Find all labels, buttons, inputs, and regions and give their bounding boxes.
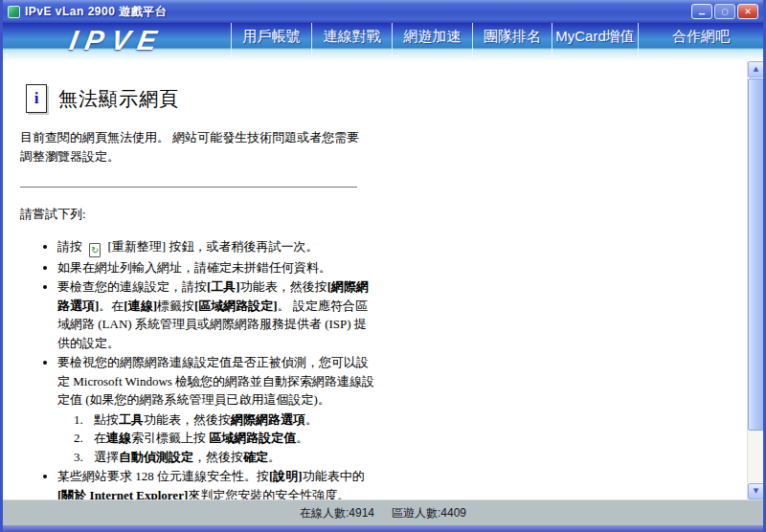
- text-segment: 索引標籤上按: [131, 431, 209, 445]
- text-segment: 功能表中的: [303, 469, 365, 483]
- text-segment: [工具]: [207, 279, 240, 294]
- text-segment: 連線: [106, 431, 131, 445]
- maximize-button[interactable]: ▢: [714, 4, 735, 19]
- navigation-bar: IPVE 用戶帳號 連線對戰 網遊加速 團隊排名 MyCard增值 合作網吧: [3, 23, 763, 61]
- text-segment: 功能表，然後按: [144, 412, 231, 427]
- text-segment: 要檢查您的連線設定，請按: [57, 279, 207, 294]
- nav-item-team-ranking[interactable]: 團隊排名: [472, 23, 552, 61]
- suggestions-list: 請按 ↻ [重新整理] 按鈕，或者稍後再試一次。如果在網址列輸入網址，請確定未拼…: [19, 237, 375, 499]
- nav-item-label: 團隊排名: [484, 28, 541, 61]
- scroll-down-button[interactable]: ▼: [748, 483, 763, 499]
- suggestion-item: 請按 ↻ [重新整理] 按鈕，或者稍後再試一次。: [57, 237, 375, 257]
- nav-item-label: 網遊加速: [404, 28, 462, 61]
- scroll-up-button[interactable]: ▲: [748, 61, 763, 78]
- nav-item-label: 用戶帳號: [243, 28, 301, 61]
- error-intro: 目前查閱的網頁無法使用。 網站可能發生技術問題或者您需要調整瀏覽器設定。: [20, 128, 363, 166]
- text-segment: 在: [94, 431, 106, 445]
- try-heading: 請嘗試下列:: [20, 205, 415, 224]
- app-window: IPvE vLan 2900 遊戲平台 — ▢ ✕ IPVE 用戶帳號 連線對戰…: [0, 0, 766, 532]
- text-segment: [連線]: [124, 299, 157, 313]
- brand-logo-text: IPVE: [67, 26, 166, 55]
- nav-item-label: 連線對戰: [324, 28, 381, 61]
- close-button[interactable]: ✕: [737, 4, 758, 19]
- nav-item-label: 合作網吧: [672, 28, 730, 61]
- scrollbar-thumb[interactable]: [748, 78, 763, 431]
- divider: [20, 187, 357, 188]
- refresh-page-icon: ↻: [89, 243, 101, 257]
- online-count-value: 4914: [349, 506, 374, 520]
- text-segment: 。: [305, 412, 318, 427]
- text-segment: 點按: [94, 412, 119, 427]
- text-segment: 某些網站要求 128 位元連線安全性。按: [57, 469, 269, 483]
- nav-item-user-account[interactable]: 用戶帳號: [231, 23, 311, 61]
- suggestion-item: 要檢視您的網際網路連線設定值是否正被偵測，您可以設定 Microsoft Win…: [57, 353, 375, 466]
- text-segment: 。在: [99, 299, 124, 313]
- step-item: 選擇自動偵測設定，然後按確定。: [86, 448, 375, 467]
- text-segment: 來判定您安裝的安全性強度。: [188, 488, 349, 499]
- visitor-count-value: 4409: [440, 506, 466, 520]
- text-segment: 。: [296, 431, 308, 445]
- app-icon: [8, 6, 20, 18]
- close-icon: ✕: [745, 5, 752, 17]
- status-bar: 在線人數:4914 區遊人數:4409: [3, 499, 763, 525]
- scroll-up-icon: ▲: [754, 65, 758, 73]
- suggestion-item: 要檢查您的連線設定，請按[工具]功能表，然後按[網際網路選項]。在[連線]標籤按…: [57, 277, 375, 352]
- text-segment: 區域網路設定值: [209, 431, 296, 445]
- text-segment: [說明]: [269, 469, 303, 483]
- window-title: IPvE vLan 2900 遊戲平台: [25, 4, 691, 20]
- text-segment: [重新整理] 按鈕，或者稍後再試一次。: [104, 239, 318, 254]
- minimize-button[interactable]: —: [691, 4, 712, 19]
- text-segment: 如果在網址列輸入網址，請確定未拼錯任何資料。: [57, 260, 331, 275]
- scroll-down-icon: ▼: [754, 487, 758, 495]
- text-segment: 確定: [243, 450, 268, 464]
- step-item: 點按工具功能表，然後按網際網路選項。: [86, 410, 375, 430]
- steps-list: 點按工具功能表，然後按網際網路選項。在連線索引標籤上按 區域網路設定值。選擇自動…: [57, 410, 375, 467]
- brand-logo: IPVE: [3, 23, 231, 61]
- suggestion-item: 如果在網址列輸入網址，請確定未拼錯任何資料。: [57, 258, 375, 277]
- nav-item-game-boost[interactable]: 網遊加速: [392, 23, 472, 61]
- window-bottom-border: [3, 525, 763, 532]
- step-item: 在連線索引標籤上按 區域網路設定值。: [86, 429, 375, 448]
- text-segment: 請按: [57, 239, 85, 254]
- text-segment: 功能表，然後按: [240, 279, 327, 294]
- text-segment: 選擇: [94, 450, 119, 464]
- vertical-scrollbar[interactable]: ▲ ▼: [747, 61, 763, 499]
- text-segment: 。: [268, 450, 281, 464]
- nav-item-battle-connect[interactable]: 連線對戰: [311, 23, 392, 61]
- text-segment: [關於 Internet Explorer]: [57, 488, 188, 499]
- nav-item-mycard-topup[interactable]: MyCard增值: [552, 23, 638, 61]
- visitor-count-label: 區遊人數:: [392, 506, 440, 520]
- error-title: 無法顯示網頁: [58, 86, 179, 112]
- error-page: i 無法顯示網頁 目前查閱的網頁無法使用。 網站可能發生技術問題或者您需要調整瀏…: [3, 61, 415, 499]
- suggestion-item: 某些網站要求 128 位元連線安全性。按[說明]功能表中的[關於 Interne…: [57, 467, 375, 499]
- browser-content-area: i 無法顯示網頁 目前查閱的網頁無法使用。 網站可能發生技術問題或者您需要調整瀏…: [3, 61, 763, 499]
- online-count: 在線人數:4914: [300, 505, 374, 521]
- title-bar: IPvE vLan 2900 遊戲平台 — ▢ ✕: [3, 0, 763, 23]
- maximize-icon: ▢: [722, 6, 728, 16]
- page-info-icon: i: [26, 84, 47, 113]
- text-segment: 標籤按: [157, 299, 194, 313]
- text-segment: 工具: [119, 412, 144, 427]
- nav-item-label: MyCard增值: [555, 28, 635, 61]
- visitor-count: 區遊人數:4409: [392, 505, 466, 521]
- text-segment: 要檢視您的網際網路連線設定值是否正被偵測，您可以設定 Microsoft Win…: [57, 355, 374, 407]
- minimize-icon: —: [699, 8, 705, 20]
- nav-item-partner-cafes[interactable]: 合作網吧: [638, 23, 763, 61]
- online-count-label: 在線人數:: [300, 506, 349, 520]
- text-segment: 自動偵測設定: [119, 450, 193, 464]
- info-glyph: i: [34, 89, 39, 108]
- text-segment: 網際網路選項: [231, 412, 305, 427]
- text-segment: ，然後按: [193, 450, 243, 464]
- text-segment: [區域網路設定]: [194, 299, 278, 313]
